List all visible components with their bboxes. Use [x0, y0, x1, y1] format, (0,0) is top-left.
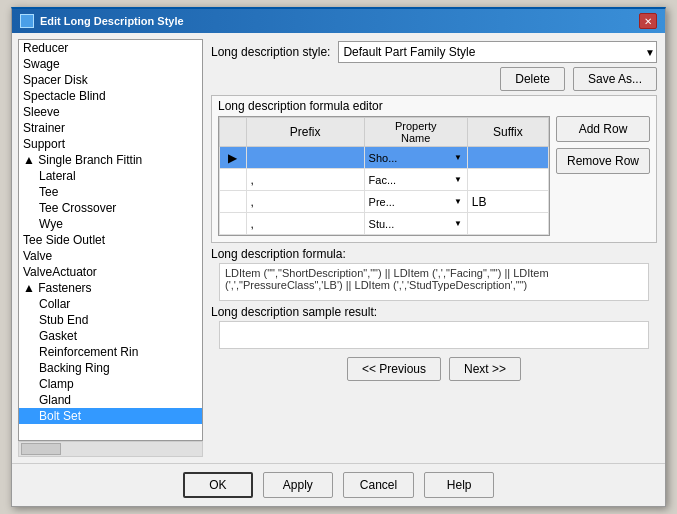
delete-button[interactable]: Delete: [500, 67, 565, 91]
property-name-select[interactable]: Sho...: [369, 152, 463, 164]
tree-item-bolt-set[interactable]: Bolt Set: [19, 408, 202, 424]
sample-section: Long description sample result:: [211, 305, 657, 349]
tree-item-valve-actuator[interactable]: ValveActuator: [19, 264, 202, 280]
prefix-cell[interactable]: ,: [246, 191, 364, 213]
suffix-cell[interactable]: [467, 169, 548, 191]
tree-item-lateral[interactable]: Lateral: [19, 168, 202, 184]
window-icon: [20, 14, 34, 28]
property-name-select-wrapper: Fac... ▼: [369, 174, 463, 186]
tree-item-fasteners[interactable]: ▲ Fasteners: [19, 280, 202, 296]
table-row[interactable]: , Pre... ▼: [220, 191, 549, 213]
tree-item-stub-end[interactable]: Stub End: [19, 312, 202, 328]
item-label: Lateral: [39, 169, 76, 183]
right-content: Long description style: Default Part Fam…: [203, 33, 665, 463]
navigation-row: << Previous Next >>: [211, 353, 657, 385]
item-label: Stub End: [39, 313, 88, 327]
tree-item-single-branch[interactable]: ▲ Single Branch Fittin: [19, 152, 202, 168]
next-button[interactable]: Next >>: [449, 357, 521, 381]
col-header-suffix: Suffix: [467, 118, 548, 147]
tree-item-valve[interactable]: Valve: [19, 248, 202, 264]
tree-item-support[interactable]: Support: [19, 136, 202, 152]
table-row[interactable]: , Stu... ▼: [220, 213, 549, 235]
prefix-cell[interactable]: ,: [246, 213, 364, 235]
item-label: Gasket: [39, 329, 77, 343]
table-row[interactable]: , Fac... ▼: [220, 169, 549, 191]
table-and-buttons: Prefix PropertyName Suffix ▶: [212, 116, 656, 242]
item-label: Gland: [39, 393, 71, 407]
tree-item-strainer[interactable]: Strainer: [19, 120, 202, 136]
property-name-cell[interactable]: Fac... ▼: [364, 169, 467, 191]
col-header-property-name: PropertyName: [364, 118, 467, 147]
tree-item-gasket[interactable]: Gasket: [19, 328, 202, 344]
save-as-button[interactable]: Save As...: [573, 67, 657, 91]
left-panel[interactable]: Reducer Swage Spacer Disk Spectacle Blin…: [18, 39, 203, 441]
close-button[interactable]: ✕: [639, 13, 657, 29]
tree-item-collar[interactable]: Collar: [19, 296, 202, 312]
row-arrow: ▶: [220, 147, 247, 169]
tree-item-backing-ring[interactable]: Backing Ring: [19, 360, 202, 376]
property-name-cell[interactable]: Sho... ▼: [364, 147, 467, 169]
property-name-select-wrapper: Stu... ▼: [369, 218, 463, 230]
prefix-cell[interactable]: ,: [246, 169, 364, 191]
tree-item-spectacle-blind[interactable]: Spectacle Blind: [19, 88, 202, 104]
row-arrow: [220, 191, 247, 213]
tree-item-swage[interactable]: Swage: [19, 56, 202, 72]
scrollbar-thumb[interactable]: [21, 443, 61, 455]
row-arrow: [220, 169, 247, 191]
footer-row: OK Apply Cancel Help: [12, 463, 665, 506]
tree-item-reducer[interactable]: Reducer: [19, 40, 202, 56]
horizontal-scrollbar[interactable]: [18, 441, 203, 457]
style-label: Long description style:: [211, 45, 330, 59]
remove-row-button[interactable]: Remove Row: [556, 148, 650, 174]
item-label: ▲ Fasteners: [23, 281, 92, 295]
sample-section-label: Long description sample result:: [211, 305, 657, 319]
left-panel-wrapper: Reducer Swage Spacer Disk Spectacle Blin…: [18, 39, 203, 457]
delete-save-row: Delete Save As...: [211, 67, 657, 91]
property-name-select-wrapper: Sho... ▼: [369, 152, 463, 164]
item-label: Spectacle Blind: [23, 89, 106, 103]
item-label: Wye: [39, 217, 63, 231]
style-select[interactable]: Default Part Family Style: [338, 41, 657, 63]
col-header-prefix: Prefix: [246, 118, 364, 147]
suffix-cell[interactable]: [467, 213, 548, 235]
tree-item-gland[interactable]: Gland: [19, 392, 202, 408]
apply-button[interactable]: Apply: [263, 472, 333, 498]
tree-item-spacer-disk[interactable]: Spacer Disk: [19, 72, 202, 88]
table-buttons: Add Row Remove Row: [556, 116, 650, 236]
row-arrow: [220, 213, 247, 235]
help-button[interactable]: Help: [424, 472, 494, 498]
formula-table: Prefix PropertyName Suffix ▶: [219, 117, 549, 235]
table-row[interactable]: ▶ Sho... ▼: [220, 147, 549, 169]
item-label: Valve: [23, 249, 52, 263]
item-label: Tee: [39, 185, 58, 199]
property-name-cell[interactable]: Stu... ▼: [364, 213, 467, 235]
property-name-select[interactable]: Stu...: [369, 218, 463, 230]
window-body: Reducer Swage Spacer Disk Spectacle Blin…: [12, 33, 665, 463]
tree-item-tee[interactable]: Tee: [19, 184, 202, 200]
property-name-cell[interactable]: Pre... ▼: [364, 191, 467, 213]
add-row-button[interactable]: Add Row: [556, 116, 650, 142]
property-name-select[interactable]: Pre...: [369, 196, 463, 208]
tree-item-tee-side-outlet[interactable]: Tee Side Outlet: [19, 232, 202, 248]
previous-button[interactable]: << Previous: [347, 357, 441, 381]
formula-table-container[interactable]: Prefix PropertyName Suffix ▶: [218, 116, 550, 236]
cancel-button[interactable]: Cancel: [343, 472, 414, 498]
tree-item-wye[interactable]: Wye: [19, 216, 202, 232]
col-header-blank: [220, 118, 247, 147]
suffix-cell[interactable]: LB: [467, 191, 548, 213]
item-label: Sleeve: [23, 105, 60, 119]
property-name-select[interactable]: Fac...: [369, 174, 463, 186]
item-label: Backing Ring: [39, 361, 110, 375]
item-label: Reducer: [23, 41, 68, 55]
item-label: Support: [23, 137, 65, 151]
tree-item-tee-crossover[interactable]: Tee Crossover: [19, 200, 202, 216]
tree-item-reinforcement-ring[interactable]: Reinforcement Rin: [19, 344, 202, 360]
formula-editor-section: Long description formula editor Prefix P…: [211, 95, 657, 243]
tree-item-sleeve[interactable]: Sleeve: [19, 104, 202, 120]
ok-button[interactable]: OK: [183, 472, 253, 498]
prefix-cell[interactable]: [246, 147, 364, 169]
item-label: Tee Side Outlet: [23, 233, 105, 247]
title-bar: Edit Long Description Style ✕: [12, 9, 665, 33]
tree-item-clamp[interactable]: Clamp: [19, 376, 202, 392]
suffix-cell[interactable]: [467, 147, 548, 169]
